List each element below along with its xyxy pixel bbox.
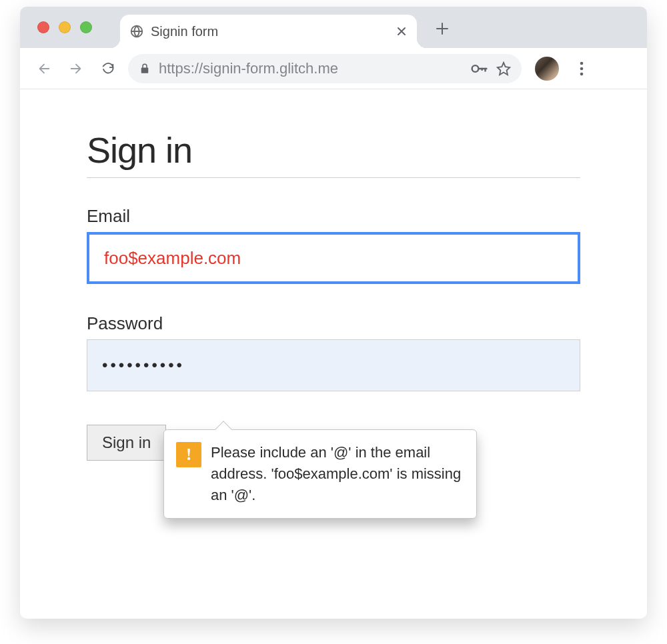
validation-message: Please include an '@' in the email addre… bbox=[211, 442, 463, 506]
arrow-left-icon bbox=[37, 61, 51, 76]
validation-tooltip: ! Please include an '@' in the email add… bbox=[163, 429, 477, 519]
svg-point-1 bbox=[472, 65, 479, 72]
page-content: Sign in Email foo$example.com Password •… bbox=[20, 89, 647, 487]
svg-rect-4 bbox=[481, 67, 482, 70]
close-window-button[interactable] bbox=[37, 21, 49, 33]
address-bar[interactable]: https://signin-form.glitch.me bbox=[128, 54, 522, 83]
password-field[interactable]: •••••••••• bbox=[87, 339, 580, 391]
new-tab-button[interactable] bbox=[434, 20, 451, 37]
arrow-right-icon bbox=[69, 61, 83, 76]
key-icon bbox=[471, 62, 488, 75]
dots-vertical-icon bbox=[580, 61, 584, 76]
globe-icon bbox=[129, 24, 144, 39]
close-tab-button[interactable] bbox=[396, 25, 408, 37]
profile-avatar[interactable] bbox=[535, 57, 559, 81]
email-label: Email bbox=[87, 206, 580, 227]
svg-point-5 bbox=[580, 61, 584, 65]
signin-button[interactable]: Sign in bbox=[87, 425, 166, 461]
email-value: foo$example.com bbox=[104, 248, 241, 269]
close-icon bbox=[397, 27, 406, 36]
maximize-window-button[interactable] bbox=[80, 21, 92, 33]
svg-point-7 bbox=[580, 72, 584, 75]
star-icon[interactable] bbox=[496, 61, 511, 76]
divider bbox=[87, 177, 580, 178]
toolbar: https://signin-form.glitch.me bbox=[20, 48, 647, 89]
plus-icon bbox=[436, 22, 449, 35]
svg-rect-3 bbox=[484, 67, 486, 71]
browser-window: Signin form https://signin-form.glitch.m… bbox=[20, 7, 647, 619]
tab-title: Signin form bbox=[151, 24, 396, 39]
window-controls bbox=[37, 21, 92, 33]
url-text: https://signin-form.glitch.me bbox=[159, 60, 463, 77]
password-value-masked: •••••••••• bbox=[102, 356, 185, 375]
password-label: Password bbox=[87, 313, 580, 334]
email-field[interactable]: foo$example.com bbox=[87, 232, 580, 284]
browser-tab[interactable]: Signin form bbox=[120, 15, 417, 48]
reload-button[interactable] bbox=[96, 57, 120, 81]
signin-button-label: Sign in bbox=[102, 433, 151, 451]
minimize-window-button[interactable] bbox=[59, 21, 71, 33]
warning-icon: ! bbox=[176, 442, 201, 467]
back-button[interactable] bbox=[32, 57, 56, 81]
forward-button[interactable] bbox=[64, 57, 88, 81]
svg-point-6 bbox=[580, 67, 584, 70]
browser-menu-button[interactable] bbox=[570, 57, 594, 81]
reload-icon bbox=[101, 61, 115, 76]
lock-icon bbox=[139, 63, 151, 75]
page-title: Sign in bbox=[87, 129, 580, 171]
tabstrip: Signin form bbox=[20, 7, 647, 48]
